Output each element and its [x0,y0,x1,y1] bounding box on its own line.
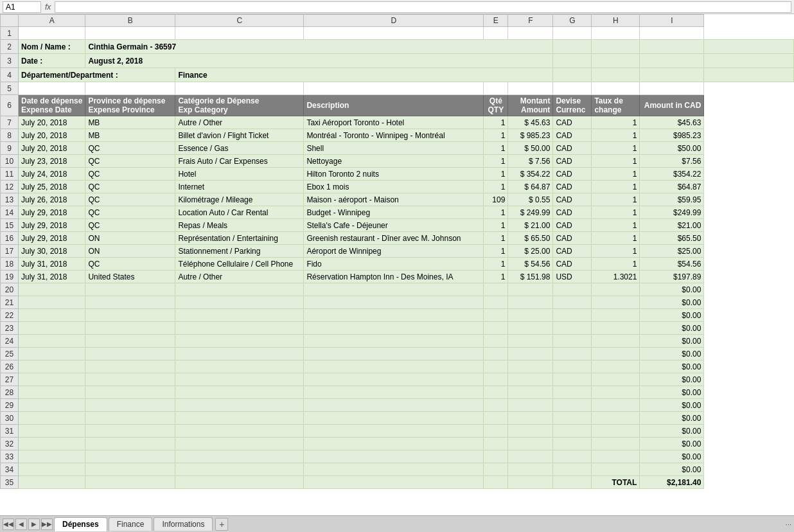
cell-header-date[interactable]: Date de dépense Expense Date [19,95,85,116]
cell-amt-7[interactable]: $ 45.63 [508,116,553,129]
cell-cur-8[interactable]: CAD [553,129,592,142]
col-header-e[interactable]: E [484,15,508,27]
cell-qty-9[interactable]: 1 [484,142,508,155]
cell-h5[interactable] [592,82,640,95]
tab-nav-prev[interactable]: ◀ [15,519,27,530]
cell-i3[interactable] [704,54,794,68]
cell-header-amount[interactable]: Montant Amount [508,95,553,116]
cell-cur-7[interactable]: CAD [553,116,592,129]
cell-amt-8[interactable]: $ 985.23 [508,129,553,142]
cell-cad-13[interactable]: $59.95 [640,193,704,206]
cell-prov-14[interactable]: QC [85,206,175,219]
cell-header-exchange[interactable]: Taux de change [592,95,640,116]
cell-amt-19[interactable]: $ 151.98 [508,270,553,283]
cell-desc-12[interactable]: Ebox 1 mois [304,181,484,193]
cell-prov-19[interactable]: United States [85,270,175,283]
cell-cat-8[interactable]: Billet d'avion / Flight Ticket [175,129,304,142]
cell-cad-15[interactable]: $21.00 [640,219,704,232]
cell-cad-8[interactable]: $985.23 [640,129,704,142]
cell-cur-19[interactable]: USD [553,270,592,283]
cell-e5[interactable] [484,82,508,95]
cell-exch-18[interactable]: 1 [592,258,640,270]
cell-exch-14[interactable]: 1 [592,206,640,219]
cell-qty-13[interactable]: 109 [484,193,508,206]
cell-date-15[interactable]: July 29, 2018 [19,219,85,232]
cell-qty-10[interactable]: 1 [484,155,508,168]
cell-qty-14[interactable]: 1 [484,206,508,219]
cell-h2[interactable] [640,40,704,54]
cell-prov-11[interactable]: QC [85,168,175,181]
cell-cat-11[interactable]: Hotel [175,168,304,181]
cell-cat-17[interactable]: Stationnement / Parking [175,245,304,258]
cell-date-10[interactable]: July 23, 2018 [19,155,85,168]
cell-amt-10[interactable]: $ 7.56 [508,155,553,168]
cell-c5[interactable] [175,82,304,95]
cell-i5[interactable] [640,82,704,95]
col-header-a[interactable]: A [19,15,85,27]
cell-exch-16[interactable]: 1 [592,232,640,245]
cell-cat-7[interactable]: Autre / Other [175,116,304,129]
cell-nom-label[interactable]: Nom / Name : [19,40,85,54]
cell-f1[interactable] [508,27,553,40]
cell-cat-16[interactable]: Représentation / Entertaining [175,232,304,245]
cell-prov-15[interactable]: QC [85,219,175,232]
cell-header-currency[interactable]: Devise Currenc [553,95,592,116]
cell-cat-12[interactable]: Internet [175,181,304,193]
cell-qty-8[interactable]: 1 [484,129,508,142]
cell-desc-18[interactable]: Fido [304,258,484,270]
cell-cur-12[interactable]: CAD [553,181,592,193]
cell-total-value[interactable]: $2,181.40 [640,476,704,489]
tab-nav-next[interactable]: ▶ [28,519,40,530]
col-header-c[interactable]: C [175,15,304,27]
cell-date-17[interactable]: July 30, 2018 [19,245,85,258]
cell-desc-10[interactable]: Nettoyage [304,155,484,168]
cell-date-14[interactable]: July 29, 2018 [19,206,85,219]
cell-cur-15[interactable]: CAD [553,219,592,232]
cell-g1[interactable] [553,27,592,40]
cell-date-8[interactable]: July 20, 2018 [19,129,85,142]
cell-g35[interactable] [553,476,592,489]
cell-b1[interactable] [85,27,175,40]
cell-qty-17[interactable]: 1 [484,245,508,258]
cell-desc-16[interactable]: Greenish restaurant - Dîner avec M. John… [304,232,484,245]
cell-cur-14[interactable]: CAD [553,206,592,219]
cell-qty-7[interactable]: 1 [484,116,508,129]
cell-date-12[interactable]: July 25, 2018 [19,181,85,193]
cell-a1[interactable] [19,27,85,40]
cell-cat-14[interactable]: Location Auto / Car Rental [175,206,304,219]
tab-informations[interactable]: Informations [154,517,213,531]
cell-prov-13[interactable]: QC [85,193,175,206]
cell-b5[interactable] [85,82,175,95]
cell-amt-18[interactable]: $ 54.56 [508,258,553,270]
col-header-i[interactable]: I [640,15,704,27]
cell-g3[interactable] [592,54,640,68]
cell-qty-16[interactable]: 1 [484,232,508,245]
cell-cad-7[interactable]: $45.63 [640,116,704,129]
cell-qty-18[interactable]: 1 [484,258,508,270]
cell-g4[interactable] [592,68,640,82]
cell-g2[interactable] [592,40,640,54]
cell-b35[interactable] [85,476,175,489]
cell-c35[interactable] [175,476,304,489]
cell-cat-10[interactable]: Frais Auto / Car Expenses [175,155,304,168]
cell-cat-9[interactable]: Essence / Gas [175,142,304,155]
cell-desc-14[interactable]: Budget - Winnipeg [304,206,484,219]
cell-desc-11[interactable]: Hilton Toronto 2 nuits [304,168,484,181]
cell-header-desc[interactable]: Description [304,95,484,116]
cell-qty-11[interactable]: 1 [484,168,508,181]
cell-f3[interactable] [553,54,592,68]
cell-header-qty[interactable]: Qté QTY [484,95,508,116]
cell-cat-19[interactable]: Autre / Other [175,270,304,283]
cell-i1[interactable] [640,27,704,40]
cell-prov-8[interactable]: MB [85,129,175,142]
col-header-h[interactable]: H [592,15,640,27]
cell-amt-12[interactable]: $ 64.87 [508,181,553,193]
cell-f2[interactable] [553,40,592,54]
cell-qty-12[interactable]: 1 [484,181,508,193]
cell-date-9[interactable]: July 20, 2018 [19,142,85,155]
cell-amt-14[interactable]: $ 249.99 [508,206,553,219]
cell-exch-19[interactable]: 1.3021 [592,270,640,283]
cell-exch-10[interactable]: 1 [592,155,640,168]
cell-prov-18[interactable]: QC [85,258,175,270]
cell-date-label[interactable]: Date : [19,54,85,68]
